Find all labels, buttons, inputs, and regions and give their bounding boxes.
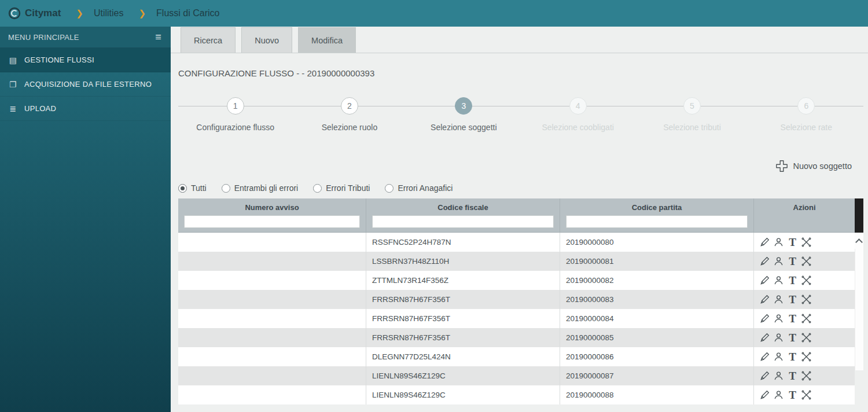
person-icon[interactable] [773,236,785,248]
tributi-icon[interactable] [786,293,799,306]
filter-input-codice-fiscale[interactable] [372,215,554,228]
stepper-step-circle[interactable]: 5 [683,97,701,115]
sidebar-item-label: ACQUISIZIONE DA FILE ESTERNO [24,80,152,89]
table-row[interactable]: DLEGNN77D25L424N 20190000086 [178,347,855,366]
cell-codice-fiscale: LIENLN89S46Z129C [366,366,560,385]
scrollbar-track[interactable] [855,249,863,370]
table-row[interactable]: FRRSRN87H67F356T 20190000084 [178,309,855,328]
brand-logo-icon [8,7,21,20]
radio-icon [222,184,230,193]
column-header-numero-avviso: Numero avviso [178,198,366,232]
tributi-icon[interactable] [786,351,799,363]
remove-icon[interactable] [800,332,812,344]
tab-label: Ricerca [194,36,222,45]
sidebar-item[interactable]: UPLOAD [0,97,171,121]
stepper-step: 6 Selezione rate [749,90,863,132]
edit-icon[interactable] [759,255,771,267]
tributi-icon[interactable] [786,255,799,267]
cell-numero-avviso [178,252,366,271]
hamburger-icon[interactable] [155,31,161,43]
remove-icon[interactable] [800,370,812,382]
stepper-step-circle[interactable]: 6 [797,97,815,115]
stepper-step-circle[interactable]: 1 [227,97,244,115]
edit-icon[interactable] [759,351,771,363]
table-row[interactable]: LIENLN89S46Z129C 20190000088 [178,385,855,404]
stepper-step: 4 Selezione coobligati [521,90,635,132]
sidebar-item[interactable]: GESTIONE FLUSSI [0,48,171,72]
stepper-step-circle[interactable]: 4 [569,97,587,115]
remove-icon[interactable] [800,274,812,286]
breadcrumb-item[interactable]: Utilities [76,8,123,19]
tab[interactable]: Modifica [298,27,356,53]
tributi-icon[interactable] [786,236,799,248]
table-scrollbar[interactable] [855,198,863,404]
tributi-icon[interactable] [786,274,799,286]
edit-icon[interactable] [759,236,771,248]
filter-radio[interactable]: Tutti [178,183,207,193]
edit-icon[interactable] [759,389,771,401]
filter-input-codice-partita[interactable] [566,215,748,228]
person-icon[interactable] [773,332,785,344]
person-icon[interactable] [773,255,785,267]
stepper-step-label: Selezione ruolo [322,123,378,132]
remove-icon[interactable] [800,255,812,267]
filter-radio[interactable]: Entrambi gli errori [222,183,298,193]
tributi-icon[interactable] [786,370,799,382]
breadcrumb-item[interactable]: Flussi di Carico [139,8,220,19]
scrollbar-up-arrow[interactable] [855,233,863,249]
person-icon[interactable] [773,274,785,286]
person-icon[interactable] [773,293,785,306]
edit-icon[interactable] [759,332,771,344]
edit-icon[interactable] [759,274,771,286]
stepper-step-circle[interactable]: 2 [341,97,358,115]
edit-icon[interactable] [759,293,771,306]
filter-input-numero-avviso[interactable] [184,215,360,228]
tributi-icon[interactable] [786,332,799,344]
cell-numero-avviso [178,347,366,366]
stepper-step: 5 Selezione tributi [635,90,749,132]
tributi-icon[interactable] [786,389,799,401]
sidebar-item[interactable]: ACQUISIZIONE DA FILE ESTERNO [0,72,171,97]
cell-codice-fiscale: FRRSRN87H67F356T [366,290,560,309]
filter-radio[interactable]: Errori Tributi [313,183,370,193]
cell-numero-avviso [178,271,366,290]
table-row[interactable]: LSSBRN37H48Z110H 20190000081 [178,252,855,271]
cell-codice-partita: 20190000086 [560,347,754,366]
table-row[interactable]: FRRSRN87H67F356T 20190000085 [178,328,855,347]
cell-azioni [754,252,855,271]
remove-icon[interactable] [800,293,812,306]
brand[interactable]: Citymat [8,7,61,20]
new-subject-button[interactable]: Nuovo soggetto [775,159,852,173]
stepper-step: 1 Configurazione flusso [178,90,292,132]
stepper-step-circle[interactable]: 3 [455,97,472,115]
table-row[interactable]: LIENLN89S46Z129C 20190000087 [178,366,855,385]
cell-codice-fiscale: FRRSRN87H67F356T [366,328,560,347]
cell-codice-fiscale: DLEGNN77D25L424N [366,347,560,366]
cell-codice-fiscale: ZTTMLN73R14F356Z [366,271,560,290]
person-icon[interactable] [773,312,785,325]
tributi-icon[interactable] [786,312,799,325]
table-row[interactable]: FRRSRN87H67F356T 20190000083 [178,290,855,309]
table-row[interactable]: ZTTMLN73R14F356Z 20190000082 [178,271,855,290]
person-icon[interactable] [773,351,785,363]
remove-icon[interactable] [800,351,812,363]
scrollbar-header-block [855,198,863,233]
tab[interactable]: Ricerca [181,27,236,53]
remove-icon[interactable] [800,236,812,248]
edit-icon[interactable] [759,370,771,382]
person-icon[interactable] [773,370,785,382]
filter-radio[interactable]: Errori Anagafici [385,183,453,193]
remove-icon[interactable] [800,312,812,325]
remove-icon[interactable] [800,389,812,401]
error-filters: Tutti Entrambi gli errori Errori Tributi… [178,183,868,193]
stepper-step-label: Configurazione flusso [196,123,274,132]
edit-icon[interactable] [759,312,771,325]
table-row[interactable]: RSSFNC52P24H787N 20190000080 [178,233,855,252]
cell-codice-partita: 20190000085 [560,328,754,347]
sidebar-item-label: GESTIONE FLUSSI [24,56,94,64]
cell-codice-fiscale: LSSBRN37H48Z110H [366,252,560,271]
person-icon[interactable] [773,389,785,401]
filter-radio-label: Errori Tributi [326,183,370,193]
cell-codice-partita: 20190000088 [560,385,754,404]
tab[interactable]: Nuovo [241,27,292,53]
